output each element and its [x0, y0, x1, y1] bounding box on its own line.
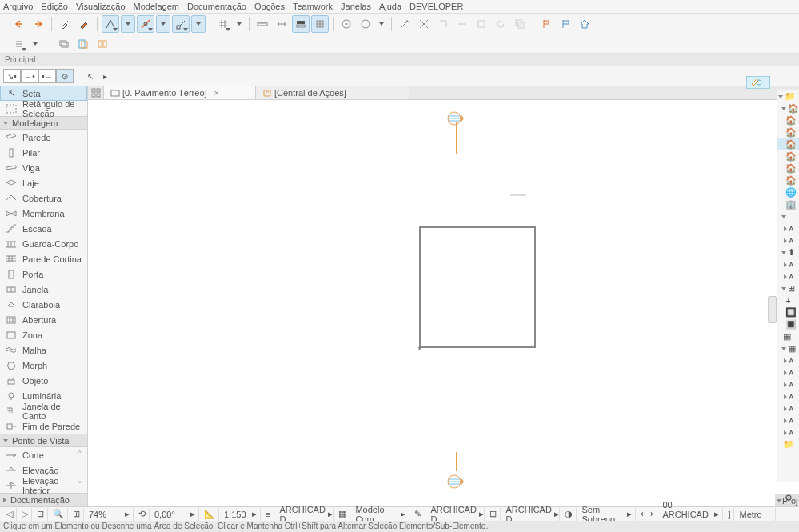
nav-row[interactable]: ▦ [777, 330, 799, 342]
tool-section[interactable]: Corte˄ [0, 447, 87, 462]
pen-icon[interactable]: ✎ [411, 508, 425, 521]
renum-button[interactable] [94, 35, 111, 53]
nav-row[interactable]: + [777, 294, 799, 306]
tool-skylight[interactable]: Claraboia [0, 297, 87, 312]
nav-row[interactable]: 🏠 [777, 102, 799, 114]
zoom-value[interactable]: 74%▸ [86, 508, 134, 521]
menu-documentacao[interactable]: Documentação [187, 2, 246, 11]
tool-window[interactable]: Janela [0, 282, 87, 297]
angle-value[interactable]: 0,00°▸ [151, 508, 199, 521]
pick-button[interactable] [56, 15, 74, 33]
nav-row-selected[interactable]: 🏠 [777, 138, 799, 150]
nav-row[interactable]: 🏠 [777, 114, 799, 126]
geom4-button[interactable]: ⊙ [56, 69, 74, 83]
menu-ajuda[interactable]: Ajuda [379, 2, 401, 11]
tool-roof[interactable]: Cobertura [0, 190, 87, 206]
circle-drop[interactable] [376, 15, 387, 33]
menu-teamwork[interactable]: Teamwork [293, 2, 333, 11]
nav-row[interactable]: 📁 [777, 438, 799, 450]
gravity-button[interactable] [311, 15, 329, 33]
inject-button[interactable] [75, 15, 93, 33]
nav-row[interactable]: ▦ [777, 342, 799, 354]
scale-icon[interactable]: 📐 [201, 508, 219, 521]
nav-row[interactable]: — [777, 210, 799, 222]
measure-button[interactable] [273, 15, 290, 33]
tool-slab[interactable]: Laje [0, 175, 87, 190]
geom2-button[interactable]: →• [21, 69, 38, 83]
undo-button[interactable] [10, 15, 28, 33]
zoomsel-icon[interactable]: ⊞ [70, 508, 84, 521]
update-indicator[interactable] [746, 76, 770, 89]
toolbox-header-doc[interactable]: Documentação [0, 493, 87, 506]
suspend-button[interactable] [338, 15, 355, 33]
canvas-handle-top[interactable] [510, 194, 526, 196]
layers-button[interactable] [55, 35, 73, 53]
nav-row[interactable]: 🏠 [777, 126, 799, 138]
tool-cornerwin[interactable]: Janela de Canto [0, 403, 87, 418]
panel-handle-right[interactable] [768, 296, 777, 323]
flag1-button[interactable] [537, 15, 555, 33]
status-unit[interactable]: Metro [736, 508, 776, 521]
geom1-button[interactable]: ↘• [3, 69, 21, 83]
nav-row[interactable]: ᴀ [777, 258, 799, 270]
nav-row[interactable]: 🔲 [777, 306, 799, 318]
snap-drop[interactable] [191, 15, 206, 33]
resize-button[interactable] [473, 15, 490, 33]
arrow-mode-button[interactable]: ↖ [82, 69, 99, 83]
story-drop[interactable] [30, 35, 41, 53]
tool-intelev[interactable]: Elevação Interior˅ [0, 478, 87, 493]
zoom-fwd[interactable]: ▷ [18, 508, 32, 521]
nav-row[interactable]: 🏠 [777, 162, 799, 174]
nav-row[interactable]: ᴀ [777, 426, 799, 438]
status-reno[interactable]: ARCHICAD D...▸ [502, 508, 560, 521]
grid-drop[interactable] [234, 15, 245, 33]
nav-row[interactable]: 🌐 [777, 186, 799, 198]
dim-icon[interactable]: ⟷ [637, 508, 657, 521]
orient-icon[interactable]: ⟲ [135, 508, 150, 521]
zoom-back[interactable]: ◁ [3, 508, 17, 521]
tool-railing[interactable]: Guarda-Corpo [0, 236, 87, 251]
tool-curtain[interactable]: Parede Cortina [0, 251, 87, 266]
nav-row[interactable]: ᴀ [777, 222, 799, 234]
tab-pavimento[interactable]: [0. Pavimento Térreo]× [104, 86, 256, 99]
tool-beam[interactable]: Viga [0, 160, 87, 175]
tool-opening[interactable]: Abertura [0, 312, 87, 327]
tool-zone[interactable]: Zona [0, 327, 87, 342]
north-marker-top[interactable] [446, 110, 464, 127]
trace-button[interactable] [74, 35, 92, 53]
menu-arquivo[interactable]: Arquivo [3, 2, 33, 11]
status-layers[interactable]: ARCHICAD D...▸ [276, 508, 334, 521]
menu-visualizacao[interactable]: Visualização [76, 2, 126, 11]
over-icon[interactable]: ◑ [561, 508, 577, 521]
nav-row[interactable]: ᴀ [777, 234, 799, 246]
intersect-button[interactable] [511, 15, 529, 33]
nav-row[interactable]: ᴀ [777, 378, 799, 390]
snap-button[interactable] [172, 15, 190, 33]
tab-close[interactable]: × [214, 88, 219, 98]
scale-value[interactable]: 1:150▸ [221, 508, 261, 521]
tool-morph[interactable]: Morph [0, 358, 87, 373]
tool-column[interactable]: Pilar [0, 145, 87, 160]
tool-wallend[interactable]: Fim de Parede [0, 418, 87, 434]
magic-button[interactable] [396, 15, 413, 33]
toolbox-header-pov[interactable]: Ponto de Vista [0, 434, 87, 447]
reno-icon[interactable]: ⊞ [486, 508, 501, 521]
tool-stair[interactable]: Escada [0, 221, 87, 236]
nav-row[interactable]: ᴀ [777, 414, 799, 426]
tool-membrane[interactable]: Membrana [0, 206, 87, 221]
drawn-rectangle[interactable] [419, 226, 536, 348]
menu-edicao[interactable]: Edição [41, 2, 68, 11]
settings-gear-icon[interactable]: ⚙ [785, 493, 793, 503]
flag2-button[interactable] [557, 15, 574, 33]
nav-row[interactable]: ᴀ [777, 366, 799, 378]
tab-central[interactable]: [Central de Ações] [256, 86, 409, 99]
guide-button[interactable] [137, 15, 154, 33]
tool-object[interactable]: Objeto [0, 373, 87, 388]
drawing-canvas[interactable]: × [88, 100, 799, 532]
nav-row[interactable]: ᴀ [777, 270, 799, 282]
geom3-button[interactable]: •→ [38, 69, 56, 83]
redo-button[interactable] [30, 15, 47, 33]
home-button[interactable] [576, 15, 593, 33]
nav-row[interactable]: 📁 [777, 90, 799, 102]
cursor-snap-button[interactable] [102, 15, 119, 33]
